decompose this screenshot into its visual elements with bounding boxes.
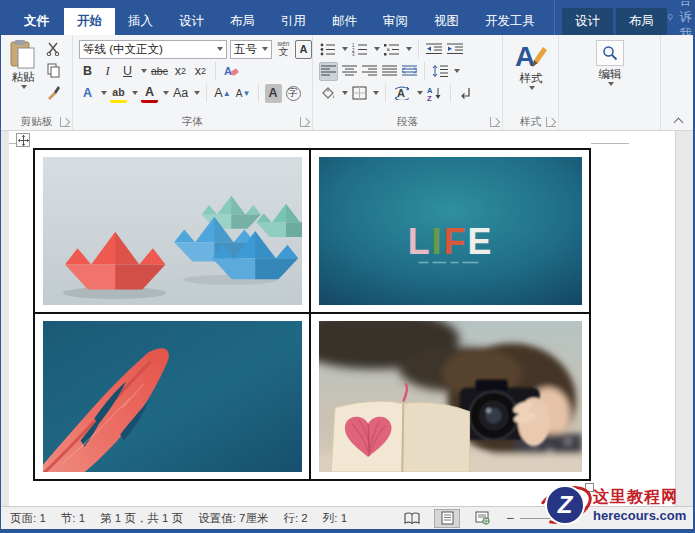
styles-dialog-launcher[interactable]	[546, 117, 556, 127]
character-border-button[interactable]: A	[295, 40, 312, 59]
tab-design[interactable]: 设计	[166, 8, 217, 35]
paragraph-dialog-launcher[interactable]	[490, 117, 500, 127]
table-cell-2[interactable]: LIFE	[311, 150, 589, 312]
tab-layout[interactable]: 布局	[217, 8, 268, 35]
asian-layout-icon: A	[393, 86, 411, 100]
zoom-out-button[interactable]: −	[506, 510, 514, 526]
grow-font-button[interactable]: A▲	[213, 84, 231, 103]
image-paper-boats[interactable]	[43, 157, 302, 305]
underline-button[interactable]: U	[119, 62, 136, 81]
change-case-button[interactable]: Aa	[172, 84, 189, 103]
align-left-button[interactable]	[319, 62, 338, 81]
styles-group: A 样式 样式	[503, 35, 559, 130]
document-page[interactable]: LIFE	[9, 131, 675, 506]
tab-references[interactable]: 引用	[268, 8, 319, 35]
move-cross-icon	[18, 135, 29, 146]
format-painter-button[interactable]	[45, 83, 62, 102]
image-table[interactable]: LIFE	[33, 148, 591, 481]
image-life-typography[interactable]: LIFE	[319, 157, 582, 305]
tab-review[interactable]: 审阅	[370, 8, 421, 35]
clipboard-dialog-launcher[interactable]	[60, 117, 70, 127]
font-dialog-launcher[interactable]	[300, 117, 310, 127]
asian-layout-button[interactable]: A	[392, 84, 412, 103]
clear-formatting-button[interactable]: A	[222, 62, 240, 81]
styles-button[interactable]: A 样式	[509, 40, 553, 90]
underline-dropdown-caret[interactable]	[141, 69, 147, 73]
strikethrough-button[interactable]: abc	[150, 62, 169, 81]
collapse-ribbon-button[interactable]	[675, 116, 683, 124]
enclose-characters-button[interactable]: 字	[285, 84, 302, 103]
styles-dropdown-caret[interactable]	[529, 86, 535, 90]
font-name-combo[interactable]: 等线 (中文正文)	[79, 40, 227, 59]
paste-dropdown-caret[interactable]	[21, 85, 27, 89]
bullet-list-icon	[320, 43, 336, 56]
shrink-font-button[interactable]: A▼	[235, 84, 252, 103]
show-hide-marks-button[interactable]	[457, 84, 474, 103]
font-group: 等线 (中文正文) 五号 wén 文 A B I U abc x2 x2 A	[73, 35, 313, 130]
read-mode-button[interactable]	[399, 509, 425, 528]
status-section[interactable]: 节: 1	[61, 511, 85, 526]
paint-bucket-icon	[320, 86, 336, 100]
table-cell-4[interactable]	[311, 314, 589, 479]
status-page-of[interactable]: 第 1 页，共 1 页	[100, 511, 183, 526]
multilevel-list-button[interactable]	[383, 40, 401, 59]
tab-developer[interactable]: 开发工具	[472, 8, 548, 35]
shading-button[interactable]	[319, 84, 337, 103]
bullets-button[interactable]	[319, 40, 337, 59]
svg-text:LIFE: LIFE	[408, 220, 494, 261]
editing-group: 编辑	[559, 35, 661, 130]
decrease-indent-button[interactable]	[425, 40, 443, 59]
numbered-list-icon: 123	[352, 43, 368, 56]
borders-button[interactable]	[351, 84, 368, 103]
increase-indent-button[interactable]	[446, 40, 464, 59]
font-color-button[interactable]: A	[141, 84, 158, 103]
right-margin-mark	[591, 143, 629, 144]
numbering-button[interactable]: 123	[351, 40, 369, 59]
copy-button[interactable]	[45, 61, 62, 80]
site-logo: Z	[539, 479, 591, 531]
italic-button[interactable]: I	[99, 62, 116, 81]
tab-view[interactable]: 视图	[421, 8, 472, 35]
svg-text:3: 3	[352, 52, 355, 56]
tab-table-design[interactable]: 设计	[562, 8, 613, 35]
vertical-scrollbar[interactable]	[675, 131, 693, 506]
superscript-button[interactable]: x2	[192, 62, 209, 81]
editing-button[interactable]: 编辑	[589, 40, 631, 86]
table-cell-1[interactable]	[35, 150, 309, 312]
line-spacing-button[interactable]	[431, 62, 449, 81]
status-column[interactable]: 列: 1	[323, 511, 347, 526]
justify-button[interactable]	[381, 62, 398, 81]
tab-home[interactable]: 开始	[64, 8, 115, 35]
align-right-button[interactable]	[361, 62, 378, 81]
character-shading-button[interactable]: A	[265, 84, 282, 103]
web-layout-button[interactable]	[469, 509, 495, 528]
distribute-button[interactable]	[401, 62, 418, 81]
table-cell-3[interactable]	[35, 314, 309, 479]
align-center-button[interactable]	[341, 62, 358, 81]
highlight-color-button[interactable]: ab	[110, 84, 127, 103]
line-spacing-icon	[432, 65, 448, 77]
sort-button[interactable]: AZ	[426, 84, 444, 103]
cut-button[interactable]	[45, 39, 62, 58]
print-layout-button[interactable]	[434, 509, 460, 528]
paste-button[interactable]: 粘贴	[5, 39, 41, 89]
subscript-button[interactable]: x2	[172, 62, 189, 81]
phonetic-guide-button[interactable]: wén 文	[275, 40, 292, 59]
status-setting[interactable]: 设置值: 7厘米	[198, 511, 268, 526]
text-effects-button[interactable]: A	[79, 84, 96, 103]
tab-insert[interactable]: 插入	[115, 8, 166, 35]
tab-mailings[interactable]: 邮件	[319, 8, 370, 35]
status-line[interactable]: 行: 2	[283, 511, 307, 526]
table-move-handle[interactable]	[16, 133, 30, 147]
image-red-feather[interactable]	[43, 321, 302, 472]
logo-letter: Z	[545, 485, 585, 525]
font-size-combo[interactable]: 五号	[230, 40, 272, 59]
tab-file[interactable]: 文件	[9, 8, 64, 35]
font-group-label: 字体	[73, 115, 312, 129]
editing-dropdown-caret[interactable]	[608, 82, 614, 86]
status-page[interactable]: 页面: 1	[10, 511, 46, 526]
styles-label: 样式	[520, 71, 543, 86]
bold-button[interactable]: B	[79, 62, 96, 81]
image-girl-with-camera[interactable]	[319, 321, 582, 472]
tab-table-layout[interactable]: 布局	[616, 8, 667, 35]
